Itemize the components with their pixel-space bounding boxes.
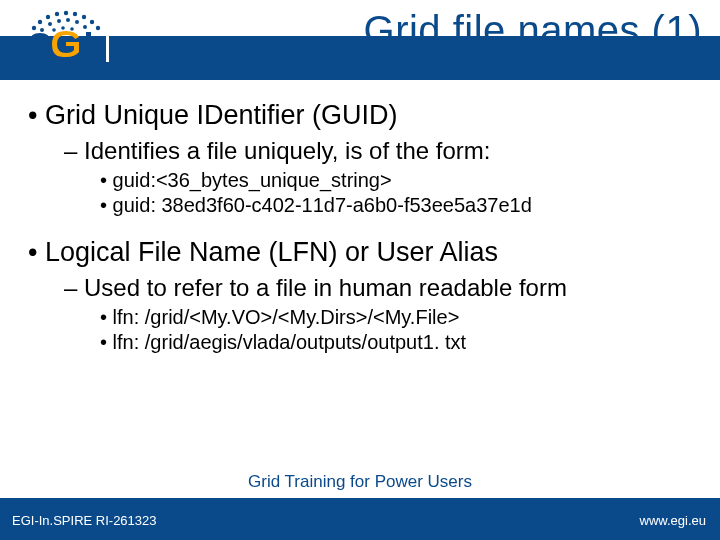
svg-point-2 [46,15,50,19]
svg-point-15 [52,28,56,32]
bullet-guid: Grid Unique IDentifier (GUID) [28,100,702,131]
bullet-guid-ex2: guid: 38ed3f60-c402-11d7-a6b0-f53ee5a37e… [100,194,702,217]
egi-logo [10,8,140,68]
svg-point-0 [32,26,36,30]
content: Grid Unique IDentifier (GUID) Identifies… [28,100,702,356]
svg-point-10 [48,22,52,26]
svg-point-13 [75,20,79,24]
svg-point-5 [73,12,77,16]
slide-title: Grid file names (1) [364,8,702,53]
egi-logo-icon [10,8,140,68]
svg-point-3 [55,12,59,16]
bullet-lfn: Logical File Name (LFN) or User Alias [28,237,702,268]
bullet-lfn-ex1: lfn: /grid/<My.VO>/<My.Dirs>/<My.File> [100,306,702,329]
bullet-guid-ex1: guid:<36_bytes_unique_string> [100,169,702,192]
section-lfn: Logical File Name (LFN) or User Alias Us… [28,237,702,354]
footer-right-link[interactable]: www.egi.eu [640,513,706,528]
svg-point-9 [40,28,44,32]
svg-point-17 [70,27,74,31]
svg-point-1 [38,20,42,24]
svg-point-6 [82,15,86,19]
bullet-lfn-sub: Used to refer to a file in human readabl… [64,274,702,302]
svg-point-4 [64,11,68,15]
svg-point-11 [57,19,61,23]
svg-rect-19 [106,14,109,62]
svg-point-16 [61,26,65,30]
footer-left-text: EGI-In.SPIRE RI-261323 [12,513,157,528]
bullet-lfn-ex2: lfn: /grid/aegis/vlada/outputs/output1. … [100,331,702,354]
svg-point-8 [96,26,100,30]
svg-point-12 [66,18,70,22]
svg-rect-18 [86,32,91,55]
svg-point-14 [83,25,87,29]
svg-point-7 [90,20,94,24]
bullet-guid-sub: Identifies a file uniquely, is of the fo… [64,137,702,165]
slide: Grid file names (1) Grid Unique IDentifi… [0,0,720,540]
footer-center-text: Grid Training for Power Users [0,472,720,492]
